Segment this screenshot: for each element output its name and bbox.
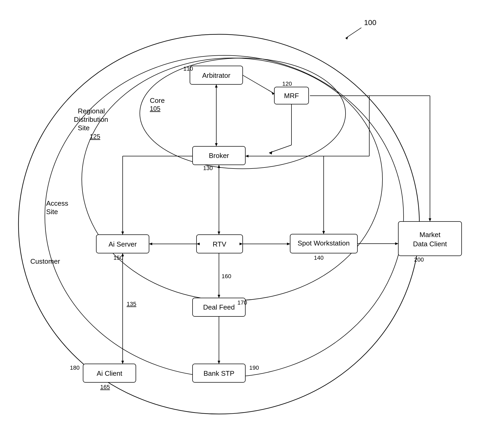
ref-140: 140 bbox=[314, 254, 324, 261]
svg-marker-15 bbox=[218, 165, 220, 168]
regional-boundary bbox=[82, 58, 382, 301]
diagram-container: 100 Customer Access Site Regional Distri… bbox=[0, 0, 493, 448]
ref-110: 110 bbox=[183, 65, 193, 72]
svg-marker-22 bbox=[287, 243, 290, 245]
svg-marker-19 bbox=[149, 243, 152, 245]
svg-marker-28 bbox=[322, 231, 325, 234]
market-data-client-label2: Data Client bbox=[413, 240, 447, 248]
rtv-label: RTV bbox=[213, 240, 226, 248]
svg-line-2 bbox=[243, 75, 274, 94]
deal-feed-label: Deal Feed bbox=[203, 303, 235, 311]
ref-165: 165 bbox=[100, 384, 110, 390]
ref-130: 130 bbox=[203, 165, 213, 171]
svg-line-5 bbox=[269, 145, 291, 153]
ai-server-label: Ai Server bbox=[109, 240, 137, 248]
customer-label: Customer bbox=[30, 257, 60, 265]
ref-160: 160 bbox=[222, 273, 231, 280]
regional-label3: Site bbox=[78, 124, 90, 132]
ref-200: 200 bbox=[414, 256, 424, 263]
ref-120: 120 bbox=[282, 80, 292, 87]
svg-marker-35 bbox=[218, 361, 220, 364]
svg-marker-16 bbox=[218, 232, 220, 235]
ref-180: 180 bbox=[70, 364, 80, 371]
svg-marker-33 bbox=[121, 361, 124, 364]
access-site-label: Access bbox=[46, 199, 68, 207]
svg-marker-8 bbox=[215, 84, 218, 88]
svg-marker-40 bbox=[395, 242, 398, 245]
access-site-label2: Site bbox=[46, 208, 58, 216]
ref-190: 190 bbox=[249, 364, 259, 371]
ai-client-label: Ai Client bbox=[97, 369, 123, 377]
svg-marker-30 bbox=[218, 295, 220, 298]
ref-135: 135 bbox=[127, 301, 136, 307]
ref-105: 105 bbox=[150, 105, 160, 112]
spot-workstation-label: Spot Workstation bbox=[298, 239, 350, 247]
svg-marker-38 bbox=[429, 218, 431, 221]
regional-label2: Distribution bbox=[74, 115, 108, 123]
ref-170: 170 bbox=[237, 299, 247, 306]
svg-marker-1 bbox=[346, 36, 348, 40]
market-data-client-label1: Market bbox=[419, 231, 441, 239]
svg-marker-6 bbox=[269, 151, 272, 155]
ref-150: 150 bbox=[113, 254, 123, 261]
arbitrator-label: Arbitrator bbox=[202, 71, 231, 79]
ref-125: 125 bbox=[90, 133, 100, 140]
core-label: Core bbox=[150, 97, 165, 104]
svg-marker-9 bbox=[215, 143, 218, 146]
broker-label: Broker bbox=[209, 152, 229, 160]
regional-label1: Regional bbox=[78, 107, 105, 115]
mrf-label: MRF bbox=[284, 92, 299, 100]
market-data-client-box bbox=[398, 221, 462, 256]
ref-100: 100 bbox=[364, 18, 376, 27]
svg-marker-25 bbox=[121, 232, 124, 235]
bank-stp-label: Bank STP bbox=[203, 369, 234, 377]
